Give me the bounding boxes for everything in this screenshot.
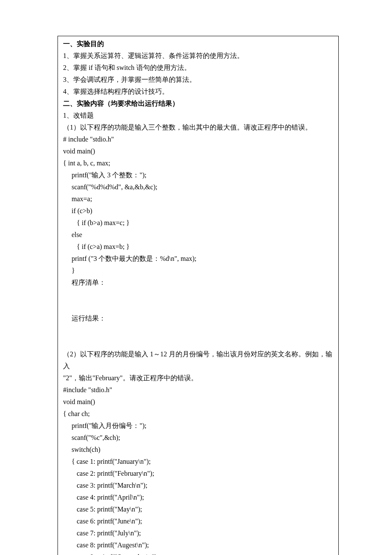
section1-item-3: 3、学会调试程序，并掌握一些简单的算法。 [63,74,333,86]
code1-line-9: else [63,229,333,241]
code2-line-8: case 2: printf("February\n"); [63,468,333,480]
code2-line-1: #include "stdio.h" [63,384,333,396]
code2-line-12: case 6: printf("June\n"); [63,515,333,527]
code1-line-12: } [63,265,333,277]
code2-line-14: case 8: printf("Augest\n"); [63,539,333,551]
code1-line-2: void main() [63,145,333,157]
code1-line-6: max=a; [63,193,333,205]
code1-line-3: { int a, b, c, max; [63,157,333,169]
code1-line-11: printf ("3 个数中最大的数是：%d\n", max); [63,253,333,265]
code2-line-5: scanf("%c",&ch); [63,432,333,444]
section1-item-4: 4、掌握选择结构程序的设计技巧。 [63,86,333,98]
code2-line-15: case 9: printf("September\n"); [63,551,333,555]
section2-heading: 二、实验内容（均要求给出运行结果） [63,98,333,110]
listing-label: 程序清单： [63,277,333,289]
code1-line-8: { if (b>a) max=c; } [63,217,333,229]
code2-line-11: case 5: printf("May\n"); [63,503,333,515]
section1-item-2: 2、掌握 if 语句和 switch 语句的使用方法。 [63,62,333,74]
code2-line-9: case 3: printf("March\n"); [63,480,333,491]
code1-line-4: printf("输入 3 个整数："); [63,169,333,181]
section1-item-1: 1、掌握关系运算符、逻辑运算符、条件运算符的使用方法。 [63,50,333,62]
section1-heading: 一、实验目的 [63,38,333,50]
q2-description-b: "2"，输出"February"。请改正程序中的错误。 [63,372,333,384]
code2-line-2: void main() [63,396,333,408]
code2-line-6: switch(ch) [63,444,333,456]
code2-line-3: { char ch; [63,408,333,420]
code2-line-4: printf("输入月份编号："); [63,420,333,432]
q2-description-a: （2）以下程序的功能是输入 1～12 月的月份编号，输出该月份对应的英文名称。例… [63,348,333,372]
document-container: 一、实验目的 1、掌握关系运算符、逻辑运算符、条件运算符的使用方法。 2、掌握 … [58,36,339,555]
q1-label: 1、改错题 [63,110,333,121]
code1-line-5: scanf("%d%d%d", &a,&b,&c); [63,181,333,193]
code2-line-10: case 4: printf("April\n"); [63,491,333,503]
code2-line-13: case 7: printf("July\n"); [63,527,333,539]
code1-line-10: { if (c>a) max=b; } [63,241,333,253]
q1-description: （1）以下程序的功能是输入三个整数，输出其中的最大值。请改正程序中的错误。 [63,121,333,133]
result-label: 运行结果： [63,312,333,324]
code1-line-1: # include "stdio.h" [63,133,333,145]
code1-line-7: if (c>b) [63,205,333,217]
code2-line-7: { case 1: printf("January\n"); [63,456,333,468]
